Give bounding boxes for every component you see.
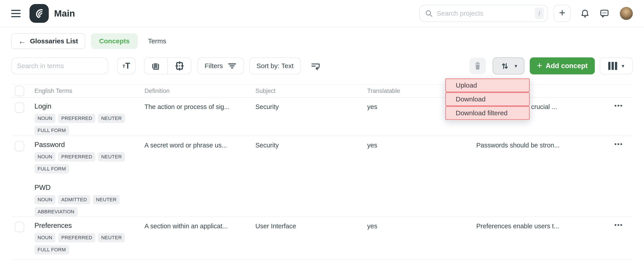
topbar: Main / +: [0, 0, 644, 27]
columns-settings-button[interactable]: ▾: [600, 57, 633, 74]
whole-words-button[interactable]: [144, 58, 168, 74]
tab-terms[interactable]: Terms: [148, 37, 166, 45]
projects-search[interactable]: /: [419, 5, 548, 22]
plus-icon: +: [537, 65, 542, 66]
table-header: English Terms Definition Subject Transla…: [11, 85, 633, 98]
avatar[interactable]: [620, 7, 633, 20]
translatable-cell: yes: [367, 141, 476, 149]
row-actions-button[interactable]: •••: [614, 222, 623, 228]
row-actions-button[interactable]: •••: [614, 103, 623, 109]
glossary-nav: ← Glossaries List Concepts Terms: [11, 33, 633, 49]
badge: FULL FORM: [34, 126, 69, 135]
badge: NOUN: [34, 152, 56, 162]
header-definition: Definition: [144, 88, 255, 94]
trash-icon: [473, 61, 482, 71]
row-checkbox[interactable]: [15, 103, 24, 113]
badge: PREFERRED: [58, 152, 95, 162]
note-cell: Passwords should be stron...: [476, 141, 604, 149]
subject-cell: Security: [255, 103, 367, 111]
badge: FULL FORM: [34, 164, 69, 174]
badge: NEUTER: [98, 152, 125, 162]
term-name[interactable]: PWD: [34, 184, 144, 191]
subject-cell: Security: [255, 141, 367, 149]
badge: PREFERRED: [58, 233, 95, 242]
back-button-label: Glossaries List: [30, 37, 78, 45]
search-options-group: [144, 57, 192, 74]
badge: NEUTER: [93, 195, 120, 204]
row-actions-button[interactable]: •••: [614, 141, 623, 147]
delete-selected-button[interactable]: [469, 58, 486, 74]
select-all-checkbox[interactable]: [15, 86, 24, 96]
menu-item-label: Download filtered: [456, 109, 508, 117]
table-row[interactable]: Preferences NOUN PREFERRED NEUTER FULL F…: [11, 217, 633, 260]
menu-item-download[interactable]: Download: [445, 92, 530, 106]
badge: NOUN: [34, 195, 56, 204]
subject-cell: User Interface: [255, 222, 367, 230]
match-case-icon: т: [122, 63, 125, 69]
sort-order-icon: [310, 61, 321, 71]
match-case-button[interactable]: тT: [117, 57, 136, 74]
back-to-glossaries-button[interactable]: ← Glossaries List: [11, 33, 85, 49]
term-block: PWD NOUN ADMITTED NEUTER ABBREVIATION: [34, 184, 144, 217]
translatable-cell: yes: [367, 222, 476, 230]
badge: NEUTER: [98, 114, 125, 123]
badge: PREFERRED: [58, 114, 95, 123]
header-english-terms: English Terms: [34, 88, 144, 94]
chevron-down-icon: ▾: [622, 63, 624, 69]
definition-cell: The action or process of sig...: [144, 103, 255, 111]
filters-label: Filters: [204, 62, 223, 70]
up-down-arrows-icon: [500, 61, 510, 71]
whole-words-icon: [151, 60, 162, 71]
sort-by-button[interactable]: Sort by: Text: [249, 57, 301, 74]
sort-direction-button[interactable]: [310, 60, 321, 72]
definition-cell: A secret word or phrase us...: [144, 141, 255, 149]
bell-icon: [580, 8, 590, 18]
notifications-button[interactable]: [580, 8, 590, 18]
table-row[interactable]: Login NOUN PREFERRED NEUTER FULL FORM Th…: [11, 98, 633, 136]
term-badges: NOUN PREFERRED NEUTER FULL FORM: [34, 233, 133, 255]
row-checkbox[interactable]: [15, 222, 24, 232]
app-logo[interactable]: [30, 4, 49, 23]
concepts-table: English Terms Definition Subject Transla…: [11, 84, 633, 260]
badge: FULL FORM: [34, 245, 69, 255]
term-name[interactable]: Login: [34, 103, 144, 110]
import-export-dropdown-button[interactable]: ▾: [492, 57, 524, 74]
page-title: Main: [54, 8, 75, 19]
columns-icon: [608, 62, 617, 70]
filters-button[interactable]: Filters: [198, 57, 244, 74]
terms-toolbar: тT Filters: [11, 57, 633, 74]
menu-item-label: Download: [456, 95, 486, 103]
definition-cell: A section within an applicat...: [144, 222, 255, 230]
tab-label: Concepts: [99, 37, 130, 45]
term-block: Preferences NOUN PREFERRED NEUTER FULL F…: [34, 222, 144, 255]
term-name[interactable]: Preferences: [34, 222, 144, 230]
search-icon: [425, 9, 433, 18]
terms-search-input[interactable]: [11, 57, 108, 74]
messages-button[interactable]: [599, 8, 610, 18]
table-row[interactable]: Password NOUN PREFERRED NEUTER FULL FORM…: [11, 136, 633, 217]
selection-box-icon: [174, 60, 185, 71]
row-checkbox[interactable]: [15, 141, 24, 151]
menu-item-upload[interactable]: Upload: [445, 78, 530, 92]
term-badges: NOUN ADMITTED NEUTER ABBREVIATION: [34, 195, 133, 217]
hamburger-menu-button[interactable]: [11, 10, 20, 17]
badge: NOUN: [34, 114, 56, 123]
filter-icon: [228, 61, 237, 71]
import-export-menu: Upload Download Download filtered: [445, 78, 530, 120]
search-shortcut-badge: /: [535, 7, 544, 19]
badge: ADMITTED: [58, 195, 90, 204]
tab-label: Terms: [148, 37, 166, 45]
create-button[interactable]: +: [554, 5, 571, 22]
tab-concepts[interactable]: Concepts: [91, 33, 138, 49]
menu-item-label: Upload: [456, 81, 477, 89]
add-concept-button[interactable]: + Add concept: [530, 57, 595, 74]
chat-icon: [599, 8, 610, 18]
term-name[interactable]: Password: [34, 141, 144, 149]
projects-search-input[interactable]: [437, 9, 535, 17]
sort-label: Sort by: Text: [256, 62, 294, 70]
exact-match-button[interactable]: [168, 58, 191, 74]
badge: NOUN: [34, 233, 56, 242]
menu-item-download-filtered[interactable]: Download filtered: [445, 106, 530, 120]
term-badges: NOUN PREFERRED NEUTER FULL FORM: [34, 114, 133, 135]
badge: NEUTER: [98, 233, 125, 242]
